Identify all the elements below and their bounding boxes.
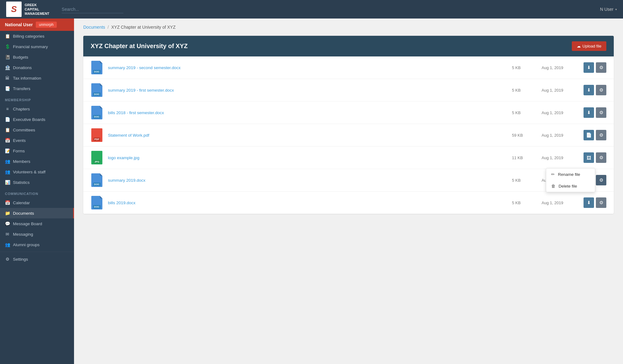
file-size: 5 KB	[512, 178, 537, 183]
donations-icon: 🏦	[5, 65, 10, 70]
preview-button[interactable]: 📄	[584, 130, 594, 140]
sidebar-item-label: Financial summary	[13, 44, 48, 49]
file-actions: 🖼 ⚙	[584, 152, 606, 163]
file-type-label: DOC	[93, 93, 101, 96]
sidebar-item-calendar[interactable]: 📅 Calendar	[0, 197, 74, 208]
delete-file-option[interactable]: 🗑 Delete file	[546, 180, 595, 192]
file-date: Aug 1, 2019	[542, 133, 579, 138]
settings-button[interactable]: ⚙	[596, 152, 606, 163]
sidebar-item-alumni-groups[interactable]: 👥 Alumni groups	[0, 239, 74, 250]
logo-box: S	[6, 2, 22, 17]
settings-button[interactable]: ⚙	[596, 62, 606, 73]
doc-file-icon: DOC	[91, 196, 102, 209]
search-input[interactable]	[62, 6, 123, 13]
download-button[interactable]: ⬇	[584, 62, 594, 73]
sidebar-item-forms[interactable]: 📝 Forms	[0, 146, 74, 156]
file-type-label: DOC	[93, 205, 101, 209]
sidebar-item-messaging[interactable]: ✉ Messaging	[0, 229, 74, 239]
file-actions: ⬇ ⚙	[584, 62, 606, 73]
sidebar-item-label: Executive Boards	[13, 117, 45, 122]
settings-button[interactable]: ⚙	[596, 107, 606, 118]
user-menu[interactable]: N User ▾	[600, 7, 617, 12]
sidebar-item-executive-boards[interactable]: 📄 Executive Boards	[0, 114, 74, 125]
sidebar-divider	[0, 252, 74, 252]
table-row: PDF Statement of Work.pdf 59 KB Aug 1, 2…	[83, 124, 614, 147]
logo-area: S GREEKCAPITALMANAGEMENT	[6, 2, 49, 17]
sidebar-item-transfers[interactable]: 📑 Transfers	[0, 83, 74, 94]
user-name-label: N User	[600, 7, 613, 12]
user-dropdown-arrow: ▾	[615, 8, 617, 11]
documents-icon: 📁	[5, 211, 10, 216]
file-type-label: DOC	[93, 183, 101, 186]
file-name[interactable]: Statement of Work.pdf	[108, 133, 507, 138]
file-icon-container: JPG	[91, 151, 103, 164]
download-button[interactable]: ⬇	[584, 85, 594, 95]
download-button[interactable]: ⬇	[584, 107, 594, 118]
table-row: DOC summary 2019.docx 5 KB Aug 1, 2019 ⬇…	[83, 169, 614, 192]
logo-text: GREEKCAPITALMANAGEMENT	[25, 3, 49, 16]
breadcrumb-current: XYZ Chapter at University of XYZ	[111, 25, 176, 30]
file-icon-container: DOC	[91, 106, 103, 119]
statistics-icon: 📊	[5, 180, 10, 185]
sidebar-item-label: Budgets	[13, 55, 28, 60]
file-date: Aug 1, 2019	[542, 201, 579, 205]
sidebar-item-statistics[interactable]: 📊 Statistics	[0, 177, 74, 188]
settings-button-active[interactable]: ⚙	[596, 175, 606, 185]
breadcrumb: Documents / XYZ Chapter at University of…	[83, 25, 614, 30]
rename-file-option[interactable]: ✏ Rename file	[546, 168, 595, 180]
delete-label: Delete file	[559, 184, 577, 188]
sidebar-item-message-board[interactable]: 💬 Message Board	[0, 218, 74, 229]
file-date: Aug 1, 2019	[542, 88, 579, 93]
sidebar: National User unmorph 📋 Billing categori…	[0, 19, 74, 364]
file-actions: ⬇ ⚙	[584, 107, 606, 118]
file-name[interactable]: summary 2019.docx	[108, 178, 507, 183]
pdf-file-icon: PDF	[91, 128, 102, 142]
sidebar-item-budgets[interactable]: 📓 Budgets	[0, 52, 74, 62]
sidebar-item-label: Committees	[13, 128, 35, 132]
sidebar-item-donations[interactable]: 🏦 Donations	[0, 62, 74, 73]
unmorph-button[interactable]: unmorph	[36, 22, 56, 28]
file-name[interactable]: bills 2019.docx	[108, 201, 507, 205]
settings-button[interactable]: ⚙	[596, 130, 606, 140]
doc-file-icon: DOC	[91, 61, 102, 74]
file-actions: ⬇ ⚙	[584, 197, 606, 208]
upload-file-button[interactable]: ☁ Upload file	[572, 41, 606, 51]
membership-section-label: MEMBERSHIP	[0, 94, 74, 104]
document-panel: XYZ Chapter at University of XYZ ☁ Uploa…	[83, 36, 614, 214]
sidebar-item-volunteers-staff[interactable]: 👥 Volunteers & staff	[0, 167, 74, 177]
alumni-groups-icon: 👥	[5, 242, 10, 247]
table-row: DOC bills 2019.docx 5 KB Aug 1, 2019 ⬇ ⚙	[83, 192, 614, 214]
settings-button[interactable]: ⚙	[596, 85, 606, 95]
upload-icon: ☁	[577, 44, 581, 48]
breadcrumb-parent-link[interactable]: Documents	[83, 25, 105, 30]
committees-icon: 📋	[5, 127, 10, 132]
file-icon-container: PDF	[91, 128, 103, 142]
sidebar-item-committees[interactable]: 📋 Committees	[0, 125, 74, 135]
file-type-label: DOC	[93, 115, 101, 118]
file-date: Aug 1, 2019	[542, 110, 579, 115]
file-icon-container: DOC	[91, 61, 103, 74]
file-name[interactable]: bills 2018 - first semester.docx	[108, 110, 507, 115]
image-preview-button[interactable]: 🖼	[584, 152, 594, 163]
sidebar-item-settings[interactable]: ⚙ Settings	[0, 254, 74, 264]
sidebar-item-tax-information[interactable]: 🏛 Tax information	[0, 73, 74, 83]
file-size: 5 KB	[512, 201, 537, 205]
sidebar-item-members[interactable]: 👥 Members	[0, 156, 74, 167]
sidebar-item-billing-categories[interactable]: 📋 Billing categories	[0, 31, 74, 41]
file-type-label: DOC	[93, 70, 101, 73]
sidebar-item-label: Messaging	[13, 232, 33, 237]
file-name[interactable]: logo example.jpg	[108, 155, 507, 160]
rename-label: Rename file	[558, 172, 580, 177]
sidebar-item-financial-summary[interactable]: 💲 Financial summary	[0, 41, 74, 52]
file-settings-dropdown: ✏ Rename file 🗑 Delete file	[546, 168, 595, 192]
settings-icon: ⚙	[5, 257, 10, 262]
sidebar-item-chapters[interactable]: ≡ Chapters	[0, 104, 74, 114]
download-button[interactable]: ⬇	[584, 197, 594, 208]
settings-button[interactable]: ⚙	[596, 197, 606, 208]
sidebar-item-events[interactable]: 📅 Events	[0, 135, 74, 146]
file-name[interactable]: summary 2019 - second semester.docx	[108, 65, 507, 70]
sidebar-item-label: Members	[13, 159, 30, 164]
file-name[interactable]: summary 2019 - first semester.docx	[108, 88, 507, 93]
sidebar-item-documents[interactable]: 📁 Documents	[0, 208, 74, 218]
calendar-icon: 📅	[5, 200, 10, 205]
